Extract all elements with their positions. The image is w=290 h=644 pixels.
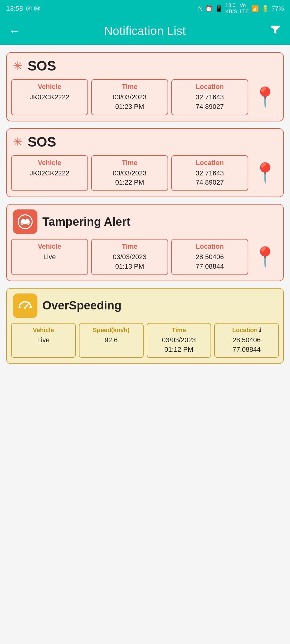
sos-card-1: ✳ SOS Vehicle JK02CK2222 Time 03/03/2023…: [6, 52, 284, 121]
tampering-vehicle-value: Live: [16, 252, 83, 262]
os-location-value: 28.5040677.08844: [219, 335, 274, 355]
sos-map-pin-icon-1[interactable]: 📍: [253, 87, 277, 107]
svg-point-7: [27, 224, 29, 226]
battery-percent: 77%: [272, 5, 284, 12]
status-icons: N ⏰ 📱 18.0KB/S VoLTE 📶 🔋 77%: [198, 2, 284, 15]
app-header: ← Notification List: [0, 17, 290, 45]
battery-icon: 🔋: [261, 5, 269, 12]
filter-button[interactable]: [269, 24, 281, 39]
sos-snowflake-icon-1: ✳: [13, 59, 23, 73]
sos-vehicle-cell-1: Vehicle JK02CK2222: [11, 79, 88, 115]
sos-info-grid-1: Vehicle JK02CK2222 Time 03/03/202301:23 …: [7, 79, 283, 121]
overspeeding-title: OverSpeeding: [42, 299, 122, 312]
sos-location-cell-1: Location 32.7164374.89027: [171, 79, 248, 115]
sos-pin-cell-2[interactable]: 📍: [251, 155, 279, 191]
sos-info-grid-2: Vehicle JK02CK2222 Time 03/03/202301:22 …: [7, 155, 283, 197]
os-location-cell: Location ℹ 28.5040677.08844: [214, 323, 279, 358]
tampering-pin-cell[interactable]: 📍: [251, 239, 279, 275]
sos-location-cell-2: Location 32.7164374.89027: [171, 155, 248, 191]
os-vehicle-cell: Vehicle Live: [11, 323, 76, 358]
sos-header-2: ✳ SOS: [7, 129, 283, 155]
sos-pin-cell-1[interactable]: 📍: [251, 79, 279, 115]
sos-time-value-2: 03/03/202301:22 PM: [96, 169, 163, 188]
time-display: 13:58: [6, 5, 23, 13]
sos-snowflake-icon-2: ✳: [13, 135, 23, 149]
tampering-vehicle-label: Vehicle: [16, 243, 83, 251]
tampering-location-value: 28.5040677.08844: [176, 252, 243, 271]
sos-vehicle-value-1: JK02CK2222: [16, 93, 83, 102]
os-location-info-icon[interactable]: ℹ: [259, 327, 261, 333]
tampering-map-pin-icon[interactable]: 📍: [253, 247, 277, 267]
sos-time-value-1: 03/03/202301:23 PM: [96, 93, 163, 112]
phone-icon: 📱: [215, 5, 223, 12]
sos-vehicle-label-1: Vehicle: [16, 83, 83, 91]
sos-vehicle-label-2: Vehicle: [16, 159, 83, 167]
svg-rect-3: [26, 219, 29, 221]
sos-header-1: ✳ SOS: [7, 53, 283, 79]
sos-card-2: ✳ SOS Vehicle JK02CK2222 Time 03/03/2023…: [6, 128, 284, 197]
tampering-location-label: Location: [176, 243, 243, 251]
sos-time-cell-1: Time 03/03/202301:23 PM: [91, 79, 168, 115]
svg-rect-2: [22, 219, 25, 221]
tampering-title: Tampering Alert: [42, 215, 130, 228]
overspeeding-speedometer-icon: [17, 298, 33, 314]
os-vehicle-label: Vehicle: [16, 327, 71, 334]
sos-title-2: SOS: [28, 134, 56, 150]
tampering-icon-wrap: [13, 209, 37, 234]
os-speed-label: Speed(km/h): [84, 327, 139, 334]
sos-map-pin-icon-2[interactable]: 📍: [253, 163, 277, 183]
status-time: 13:58 Ⓐ Ⓜ: [6, 5, 40, 13]
sos-location-label-1: Location: [176, 83, 243, 91]
os-vehicle-value: Live: [16, 335, 71, 345]
sos-location-value-2: 32.7164374.89027: [176, 169, 243, 188]
tampering-car-icon: [17, 214, 33, 230]
sos-vehicle-cell-2: Vehicle JK02CK2222: [11, 155, 88, 191]
sos-time-cell-2: Time 03/03/202301:22 PM: [91, 155, 168, 191]
sos-time-label-1: Time: [96, 83, 163, 91]
sos-vehicle-value-2: JK02CK2222: [16, 169, 83, 178]
tampering-time-value: 03/03/202301:13 PM: [96, 252, 163, 271]
alarm-icon: ⏰: [205, 5, 213, 12]
svg-point-9: [24, 307, 26, 309]
sos-time-label-2: Time: [96, 159, 163, 167]
os-time-value: 03/03/202301:12 PM: [152, 335, 207, 355]
os-speed-value: 92.6: [84, 335, 139, 345]
sos-title-1: SOS: [28, 58, 56, 74]
page-title: Notification List: [104, 25, 186, 38]
network-speed-icon: 18.0KB/S: [225, 2, 237, 15]
back-button[interactable]: ←: [9, 25, 21, 37]
tampering-time-label: Time: [96, 243, 163, 251]
signal-icon: 📶: [251, 5, 259, 12]
sos-location-label-2: Location: [176, 159, 243, 167]
overspeeding-info-grid: Vehicle Live Speed(km/h) 92.6 Time 03/03…: [7, 323, 283, 364]
overspeeding-icon-wrap: [13, 293, 37, 318]
lte-icon: VoLTE: [240, 2, 249, 15]
svg-point-6: [21, 224, 23, 226]
am-icon: Ⓐ Ⓜ: [26, 5, 40, 13]
tampering-info-grid: Vehicle Live Time 03/03/202301:13 PM Loc…: [7, 239, 283, 281]
os-speed-cell: Speed(km/h) 92.6: [79, 323, 144, 358]
overspeeding-card: OverSpeeding Vehicle Live Speed(km/h) 92…: [6, 288, 284, 364]
tampering-card: Tampering Alert Vehicle Live Time 03/03/…: [6, 204, 284, 281]
tampering-time-cell: Time 03/03/202301:13 PM: [91, 239, 168, 275]
notifications-list: ✳ SOS Vehicle JK02CK2222 Time 03/03/2023…: [0, 45, 290, 371]
os-time-label: Time: [152, 327, 207, 334]
nfc-icon: N: [198, 5, 203, 12]
os-time-cell: Time 03/03/202301:12 PM: [147, 323, 211, 358]
tampering-header: Tampering Alert: [7, 205, 283, 239]
overspeeding-header: OverSpeeding: [7, 289, 283, 323]
status-bar: 13:58 Ⓐ Ⓜ N ⏰ 📱 18.0KB/S VoLTE 📶 🔋 77%: [0, 0, 290, 17]
sos-location-value-1: 32.7164374.89027: [176, 93, 243, 112]
tampering-location-cell: Location 28.5040677.08844: [171, 239, 248, 275]
tampering-vehicle-cell: Vehicle Live: [11, 239, 88, 275]
os-location-label: Location ℹ: [219, 327, 274, 334]
